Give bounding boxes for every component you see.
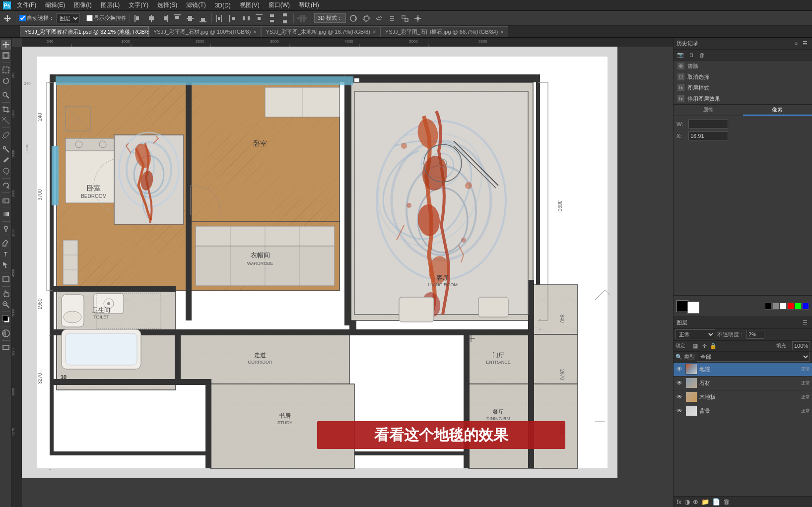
layer-folder-btn[interactable]: 📁	[701, 498, 709, 506]
layer-3-eye[interactable]: 👁	[676, 393, 683, 401]
opacity-input[interactable]	[746, 330, 764, 339]
3d-scale-btn[interactable]	[400, 13, 410, 24]
layer-new-btn[interactable]: 📄	[712, 498, 720, 506]
swatch-black[interactable]	[765, 303, 772, 310]
auto-select-checkbox[interactable]	[19, 15, 26, 21]
artboard-tool[interactable]	[1, 51, 11, 61]
align-bottom-edge-btn[interactable]	[198, 13, 208, 24]
rectangle-select-tool[interactable]	[1, 65, 11, 75]
rectangle-shape-tool[interactable]	[1, 274, 11, 284]
spot-heal-tool[interactable]	[1, 144, 11, 154]
layer-2-eye[interactable]: 👁	[676, 379, 683, 387]
history-menu-btn[interactable]: ☰	[801, 40, 809, 47]
layer-4-eye[interactable]: 👁	[676, 407, 683, 415]
move-tool-btn[interactable]	[2, 13, 13, 24]
history-item-layer-style[interactable]: fx 图层样式	[674, 82, 812, 93]
menu-layer[interactable]: 图层(L)	[97, 0, 124, 10]
slice-tool[interactable]	[1, 116, 11, 126]
w-input[interactable]	[688, 120, 728, 128]
history-item-disable-effect[interactable]: fx 停用图层效果	[674, 93, 812, 104]
eyedropper-tool[interactable]	[1, 130, 11, 140]
swatch-red[interactable]	[787, 303, 794, 310]
align-right-edge-btn[interactable]	[159, 13, 170, 24]
distribute-v-center-btn[interactable]	[267, 13, 277, 24]
quick-mask-btn[interactable]	[1, 328, 11, 338]
tab-3[interactable]: YSJJ_彩平图_石门槛石.jpg @ 66.7%(RGB/8#) ✕	[381, 26, 509, 37]
tab-3-close[interactable]: ✕	[500, 29, 504, 35]
distribute-bottom-btn[interactable]	[279, 13, 290, 24]
canvas-area[interactable]: 240 1000 2000 3000 4000 5000 6000	[12, 38, 673, 507]
menu-window[interactable]: 窗口(W)	[265, 0, 294, 10]
auto-align-btn[interactable]	[297, 13, 308, 24]
3d-mode-btn[interactable]: 3D 模式：	[314, 13, 346, 23]
tab-2-close[interactable]: ✕	[372, 29, 376, 35]
distribute-top-btn[interactable]	[254, 13, 265, 24]
layer-1-eye[interactable]: 👁	[676, 365, 683, 373]
layer-item-2[interactable]: 👁 石材 正常	[674, 377, 812, 390]
align-v-center-btn[interactable]	[185, 13, 196, 24]
clone-stamp-tool[interactable]	[1, 166, 11, 176]
menu-help[interactable]: 帮助(H)	[295, 0, 323, 10]
tab-color[interactable]: 属性	[674, 105, 743, 116]
transform-checkbox[interactable]	[86, 15, 93, 21]
history-brush-tool[interactable]	[1, 181, 11, 190]
path-select-tool[interactable]	[1, 260, 11, 270]
3d-pan-btn[interactable]	[374, 13, 385, 24]
lock-all-btn[interactable]: 🔒	[709, 342, 717, 350]
menu-image[interactable]: 图像(I)	[70, 0, 95, 10]
layer-type-filter[interactable]: 全部	[697, 352, 810, 362]
history-expand-btn[interactable]: »	[793, 40, 799, 47]
tab-2[interactable]: YSJJ_彩平图_木地板.jpg @ 16.7%(RGB/8) ✕	[261, 26, 380, 37]
lock-pixels-btn[interactable]: ▦	[691, 342, 699, 350]
history-trash-icon[interactable]: 🗑	[698, 52, 706, 59]
layer-adj-btn[interactable]: ⊕	[693, 498, 698, 506]
tab-0[interactable]: YSJJ_彩平图教程演示1.psd @ 32.2% (地毯, RGB/8) ✕	[20, 26, 149, 37]
brush-tool[interactable]	[1, 155, 11, 165]
history-camera-icon[interactable]: 📷	[676, 51, 685, 59]
zoom-tool[interactable]	[1, 300, 11, 310]
gradient-tool[interactable]	[1, 209, 11, 219]
tab-attrs[interactable]: 像素	[743, 105, 812, 116]
distribute-right-btn[interactable]	[241, 13, 252, 24]
3d-extra-btn[interactable]	[412, 13, 423, 24]
3d-orbit-btn[interactable]	[361, 13, 372, 24]
layer-fx-btn[interactable]: fx	[677, 498, 681, 506]
menu-filter[interactable]: 滤镜(T)	[182, 0, 209, 10]
x-input[interactable]	[688, 131, 728, 140]
lasso-tool[interactable]	[1, 76, 11, 86]
layer-select[interactable]: 图层 组	[56, 13, 80, 23]
menu-view[interactable]: 视图(V)	[236, 0, 264, 10]
menu-file[interactable]: 文件(F)	[13, 0, 40, 10]
swatch-white[interactable]	[780, 303, 787, 310]
distribute-left-btn[interactable]	[215, 13, 226, 24]
canvas-content[interactable]: 240 3700 1960 3270 3890 840 2670 1940	[22, 47, 673, 507]
layer-item-3[interactable]: 👁 木地板 正常	[674, 390, 812, 404]
type-tool[interactable]: T	[1, 249, 11, 259]
swatch-gray[interactable]	[772, 303, 779, 310]
quick-select-tool[interactable]	[1, 90, 11, 100]
pen-tool[interactable]	[1, 238, 11, 248]
screen-mode-btn[interactable]	[1, 343, 11, 353]
menu-edit[interactable]: 编辑(E)	[41, 0, 69, 10]
eraser-tool[interactable]	[1, 195, 11, 205]
layer-item-4[interactable]: 👁 背景 正常	[674, 404, 812, 418]
align-left-edge-btn[interactable]	[133, 13, 144, 24]
distribute-h-center-btn[interactable]	[228, 13, 239, 24]
layers-expand-btn[interactable]: ☰	[801, 319, 809, 326]
fill-input[interactable]	[792, 341, 810, 350]
history-new-doc-icon[interactable]: 🗋	[687, 52, 696, 59]
tab-1-close[interactable]: ✕	[253, 29, 257, 35]
dodge-tool[interactable]	[1, 224, 11, 234]
align-top-edge-btn[interactable]	[172, 13, 183, 24]
fg-color-swatch[interactable]	[677, 300, 688, 312]
history-item-deselect[interactable]: ☐ 取消选择	[674, 71, 812, 82]
swatch-green[interactable]	[795, 303, 802, 310]
move-tool[interactable]	[1, 40, 11, 50]
hand-tool[interactable]	[1, 289, 11, 299]
layer-item-carpet[interactable]: 👁 地毯 正常	[674, 363, 812, 377]
lock-position-btn[interactable]: ✛	[700, 342, 708, 350]
foreground-bg-color[interactable]	[1, 314, 11, 324]
3d-rotate-btn[interactable]	[348, 13, 359, 24]
tab-1[interactable]: YSJJ_彩平图_石材.jpg @ 100%(RGB/8) ✕	[149, 26, 261, 37]
align-h-center-btn[interactable]	[146, 13, 157, 24]
